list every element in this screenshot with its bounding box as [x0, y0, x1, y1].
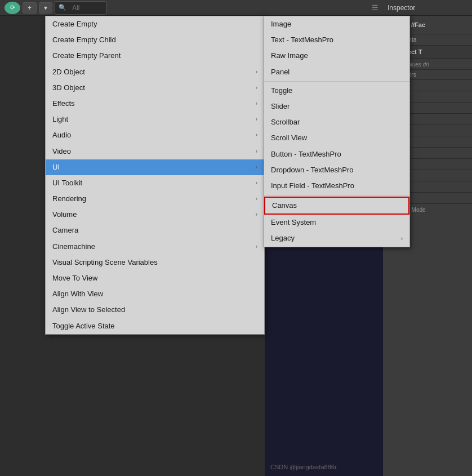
submenu-item-label: Slider [271, 101, 290, 112]
submenu-item-raw-image[interactable]: Raw Image [264, 48, 409, 64]
submenu-arrow-icon: › [401, 235, 403, 243]
submenu-item-label: Dropdown - TextMeshPro [271, 165, 353, 175]
menu-item-label: 3D Object [52, 83, 85, 93]
menu-item-align-view-to-selected[interactable]: Align View to Selected [46, 302, 264, 318]
menu-item-ui-toolkit[interactable]: UI Toolkit› [46, 175, 264, 191]
menu-item-label: Camera [52, 225, 78, 235]
menu-item-label: Audio [52, 130, 71, 140]
submenu-item-label: Raw Image [271, 51, 308, 61]
menu-item-label: Visual Scripting Scene Variables [52, 257, 158, 268]
menu-item-3d-object[interactable]: 3D Object› [46, 80, 264, 96]
submenu-item-scroll-view[interactable]: Scroll View [264, 130, 409, 146]
submenu-arrow-icon: › [256, 131, 257, 139]
submenu-arrow-icon: › [256, 179, 257, 187]
menu-item-move-to-view[interactable]: Move To View [46, 270, 264, 286]
submenu-item-label: Input Field - TextMeshPro [271, 181, 354, 191]
submenu-item-event-system[interactable]: Event System [264, 215, 409, 230]
menu-item-label: Align View to Selected [52, 305, 125, 315]
toolbar: ⟳ + ▾ 🔍 ☰ [0, 0, 383, 16]
submenu-item-image[interactable]: Image [264, 16, 409, 32]
submenu-arrow-icon: › [256, 115, 257, 123]
submenu-item-label: Button - TextMeshPro [271, 149, 341, 159]
submenu-item-label: Scrollbar [271, 117, 300, 127]
submenu-arrow-icon: › [256, 68, 257, 76]
menu-item-ui[interactable]: UI› [46, 159, 264, 175]
submenu: ImageText - TextMeshProRaw ImagePanelTog… [264, 16, 410, 247]
inspector-header: Inspector [383, 0, 472, 16]
menu-item-label: UI [52, 162, 60, 172]
inspector-title: Inspector [388, 4, 415, 12]
submenu-separator [264, 81, 409, 82]
add-button[interactable]: + [23, 2, 37, 14]
submenu-item-panel[interactable]: Panel [264, 64, 409, 80]
search-input[interactable] [69, 3, 103, 13]
submenu-arrow-icon: › [256, 100, 257, 108]
submenu-arrow-icon: › [256, 211, 257, 219]
menu-item-label: Video [52, 146, 71, 157]
menu-item-label: Align With View [52, 289, 103, 299]
submenu-item-text-textmeshpro[interactable]: Text - TextMeshPro [264, 32, 409, 48]
menu-item-label: Move To View [52, 273, 97, 283]
menu-item-label: Light [52, 114, 68, 124]
add-dropdown-button[interactable]: ▾ [39, 2, 52, 14]
submenu-arrow-icon: › [256, 195, 257, 203]
submenu-item-canvas[interactable]: Canvas [264, 197, 409, 215]
menu-item-effects[interactable]: Effects› [46, 96, 264, 112]
menu-item-label: Create Empty Parent [52, 51, 121, 61]
menu-item-label: Create Empty [52, 19, 97, 29]
menu-item-label: Effects [52, 99, 75, 109]
watermark: CSDN @jiangdaxfa886r [270, 464, 337, 470]
menu-item-label: Cinemachine [52, 242, 95, 252]
menu-item-toggle-active-state[interactable]: Toggle Active State [46, 318, 264, 334]
submenu-item-label: Legacy [271, 233, 295, 243]
menu-item-visual-scripting-scene-variables[interactable]: Visual Scripting Scene Variables [46, 255, 264, 270]
submenu-item-scrollbar[interactable]: Scrollbar [264, 114, 409, 130]
submenu-item-dropdown-textmeshpro[interactable]: Dropdown - TextMeshPro [264, 162, 409, 178]
menu-item-cinemachine[interactable]: Cinemachine› [46, 239, 264, 255]
menu-item-volume[interactable]: Volume› [46, 207, 264, 223]
submenu-arrow-icon: › [256, 243, 257, 251]
submenu-item-label: Canvas [272, 201, 297, 211]
menu-item-create-empty-child[interactable]: Create Empty Child [46, 32, 264, 48]
menu-item-label: Create Empty Child [52, 35, 116, 45]
unity-logo: ⟳ [5, 2, 20, 14]
menu-item-label: 2D Object [52, 67, 85, 77]
menu-item-2d-object[interactable]: 2D Object› [46, 64, 264, 80]
component-name: //Fac [411, 21, 425, 28]
menu-item-camera[interactable]: Camera [46, 223, 264, 238]
submenu-item-slider[interactable]: Slider [264, 99, 409, 114]
submenu-item-legacy[interactable]: Legacy› [264, 230, 409, 246]
main-menu: Create EmptyCreate Empty ChildCreate Emp… [45, 16, 265, 335]
submenu-item-input-field-textmeshpro[interactable]: Input Field - TextMeshPro [264, 178, 409, 194]
submenu-item-button-textmeshpro[interactable]: Button - TextMeshPro [264, 146, 409, 162]
submenu-item-label: Image [271, 19, 291, 29]
menu-item-align-with-view[interactable]: Align With View [46, 286, 264, 302]
submenu-item-toggle[interactable]: Toggle [264, 83, 409, 99]
menu-item-create-empty[interactable]: Create Empty [46, 16, 264, 32]
submenu-item-label: Scroll View [271, 133, 307, 143]
menu-item-audio[interactable]: Audio› [46, 127, 264, 143]
submenu-item-label: Event System [271, 217, 316, 228]
submenu-arrow-icon: › [256, 148, 257, 155]
menu-item-create-empty-parent[interactable]: Create Empty Parent [46, 48, 264, 64]
menu-item-label: UI Toolkit [52, 178, 82, 188]
menu-item-rendering[interactable]: Rendering› [46, 191, 264, 207]
search-icon: 🔍 [59, 4, 66, 11]
menu-item-light[interactable]: Light› [46, 112, 264, 127]
submenu-item-label: Panel [271, 67, 290, 77]
submenu-separator [264, 195, 409, 195]
submenu-item-label: Text - TextMeshPro [271, 35, 333, 45]
menu-icon[interactable]: ☰ [372, 3, 379, 12]
menu-item-video[interactable]: Video› [46, 144, 264, 159]
submenu-item-label: Toggle [271, 86, 292, 96]
menu-item-label: Toggle Active State [52, 321, 115, 331]
submenu-arrow-icon: › [256, 84, 257, 92]
menu-item-label: Volume [52, 210, 77, 220]
submenu-arrow-icon: › [256, 163, 257, 171]
menu-item-label: Rendering [52, 194, 86, 204]
